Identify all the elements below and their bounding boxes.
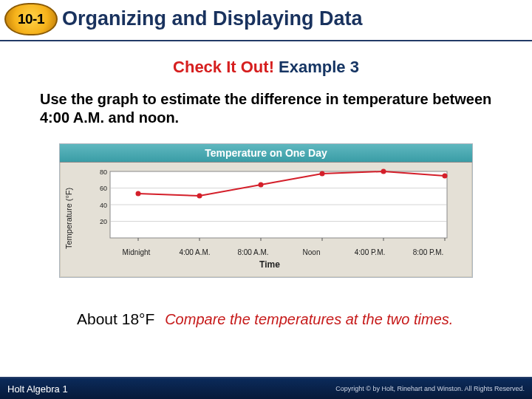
ytick-40: 40 <box>100 202 107 209</box>
x-tick-labels: Midnight 4:00 A.M. 8:00 A.M. Noon 4:00 P… <box>75 248 465 256</box>
chart-container: Temperature on One Day Temperature (°F) … <box>59 143 473 278</box>
content-area: Check It Out! Example 3 Use the graph to… <box>0 41 532 328</box>
prompt-text: Use the graph to estimate the difference… <box>40 90 492 127</box>
svg-point-8 <box>381 169 386 174</box>
answer-line: About 18°F Compare the temperatures at t… <box>77 310 507 328</box>
check-label: Check It Out! <box>173 58 274 76</box>
svg-point-4 <box>136 191 141 197</box>
svg-point-6 <box>259 183 264 188</box>
xtick-5: 8:00 P.M. <box>399 248 457 256</box>
ytick-60: 60 <box>100 185 107 192</box>
y-axis-label: Temperature (°F) <box>63 167 75 270</box>
chart-title: Temperature on One Day <box>60 144 472 163</box>
answer-hint: Compare the temperatures at the two time… <box>165 311 453 327</box>
book-title: Holt Algebra 1 <box>7 383 68 395</box>
xtick-3: Noon <box>282 248 341 256</box>
svg-point-9 <box>443 174 448 179</box>
svg-point-5 <box>197 194 202 199</box>
xtick-2: 8:00 A.M. <box>224 248 282 256</box>
copyright-text: Copyright © by Holt, Rinehart and Winsto… <box>335 385 525 392</box>
check-it-out-line: Check It Out! Example 3 <box>25 58 507 77</box>
ytick-80: 80 <box>100 168 107 176</box>
plot-area: 80 60 40 20 <box>75 167 465 270</box>
example-label: Example 3 <box>279 58 359 76</box>
section-number: 10-1 <box>18 11 44 27</box>
xtick-4: 4:00 P.M. <box>341 248 399 256</box>
section-badge: 10-1 <box>4 3 58 35</box>
xtick-0: Midnight <box>107 248 166 256</box>
footer-bar: Holt Algebra 1 Copyright © by Holt, Rine… <box>0 377 532 399</box>
ytick-20: 20 <box>100 218 107 225</box>
line-chart-svg: 80 60 40 20 <box>75 167 465 248</box>
header-banner: 10-1 Organizing and Displaying Data <box>0 0 532 41</box>
svg-point-7 <box>320 171 325 177</box>
xtick-1: 4:00 A.M. <box>166 248 224 256</box>
x-axis-label: Time <box>75 259 465 270</box>
page-title: Organizing and Displaying Data <box>62 7 363 30</box>
answer-value: About 18°F <box>77 310 154 327</box>
